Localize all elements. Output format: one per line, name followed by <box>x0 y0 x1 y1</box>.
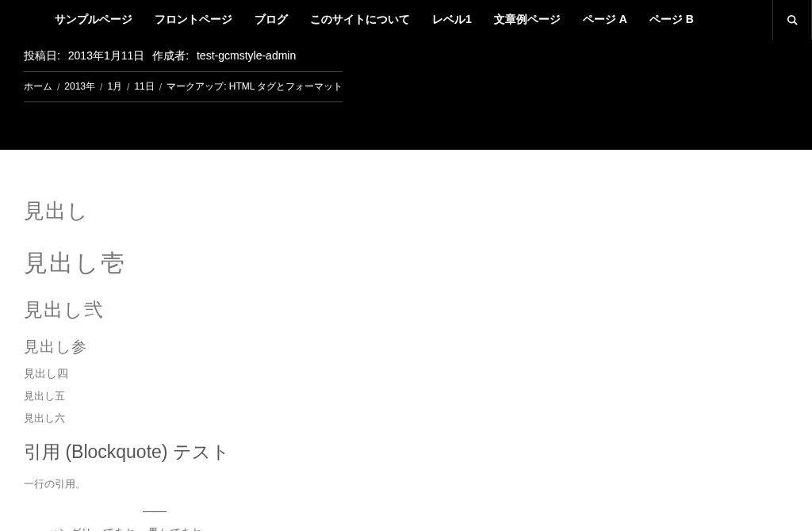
breadcrumb-year[interactable]: 2013年 <box>64 80 95 94</box>
blockquote-section-title: 引用 (Blockquote) テスト <box>24 440 788 464</box>
nav-item-level1[interactable]: レベル1 <box>421 0 483 40</box>
nav-item-example-page[interactable]: 文章例ページ <box>483 0 572 40</box>
blockquote-dash-top: —— <box>143 504 788 518</box>
search-icon <box>787 14 798 25</box>
heading-3: 見出し参 <box>24 337 788 357</box>
breadcrumb-home[interactable]: ホーム <box>24 80 52 94</box>
nav-item-blog[interactable]: ブログ <box>243 0 299 40</box>
post-meta: 投稿日: 2013年1月11日 作成者: test-gcmstyle-admin <box>0 40 812 71</box>
main-content: 見出し 見出し壱 見出し弐 見出し参 見出し四 見出し五 見出し六 引用 (Bl… <box>0 150 812 531</box>
breadcrumb-current: マークアップ: HTML タグとフォーマット <box>167 80 343 94</box>
breadcrumb-sep: / <box>57 82 59 93</box>
blockquote: —— ハングリーであれ、愚かであれ。 —— <box>24 504 788 531</box>
blockquote-text: ハングリーであれ、愚かであれ。 <box>48 526 788 531</box>
breadcrumb: ホーム / 2013年 / 1月 / 11日 / マークアップ: HTML タグ… <box>24 71 343 102</box>
nav-item-sample-page[interactable]: サンプルページ <box>44 0 144 40</box>
author-name[interactable]: test-gcmstyle-admin <box>197 49 296 62</box>
posted-date[interactable]: 2013年1月11日 <box>68 49 145 62</box>
page-header: サンプルページ フロントページ ブログ このサイトについて レベル1 文章例ペー… <box>0 0 812 150</box>
nav-item-front-page[interactable]: フロントページ <box>144 0 243 40</box>
nav-item-about[interactable]: このサイトについて <box>299 0 421 40</box>
breadcrumb-sep: / <box>100 82 102 93</box>
svg-point-0 <box>788 16 795 23</box>
breadcrumb-sep: / <box>159 82 162 93</box>
breadcrumb-month[interactable]: 1月 <box>107 80 122 94</box>
breadcrumb-day[interactable]: 11日 <box>134 80 154 94</box>
nav-item-page-b[interactable]: ページ B <box>638 0 705 40</box>
search-button[interactable] <box>772 0 812 40</box>
intro-heading: 見出し <box>24 197 788 225</box>
author-label: 作成者: <box>152 49 189 62</box>
heading-2: 見出し弐 <box>24 297 788 323</box>
posted-label: 投稿日: <box>24 49 60 62</box>
svg-line-1 <box>795 22 798 25</box>
heading-1: 見出し壱 <box>24 247 788 280</box>
heading-6: 見出し六 <box>24 411 788 426</box>
single-quote-text: 一行の引用。 <box>24 477 788 491</box>
heading-4: 見出し四 <box>24 367 788 381</box>
main-nav: サンプルページ フロントページ ブログ このサイトについて レベル1 文章例ペー… <box>0 0 812 40</box>
nav-item-page-a[interactable]: ページ A <box>572 0 638 40</box>
breadcrumb-sep: / <box>127 82 129 93</box>
nav-items: サンプルページ フロントページ ブログ このサイトについて レベル1 文章例ペー… <box>0 0 772 40</box>
heading-5: 見出し五 <box>24 389 788 403</box>
